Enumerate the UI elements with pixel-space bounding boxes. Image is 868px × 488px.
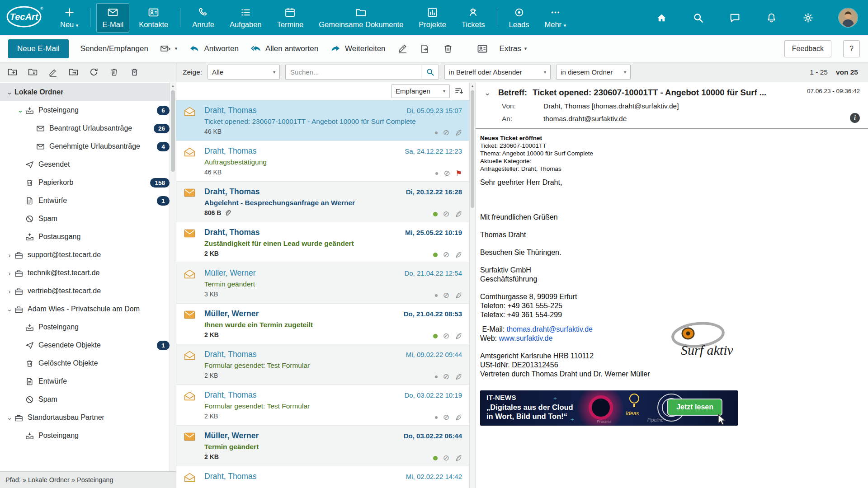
- folder-papierkorb[interactable]: Papierkorb158: [0, 174, 170, 192]
- banner-cta-button[interactable]: Jetzt lesen: [668, 399, 722, 415]
- show-filter-select[interactable]: Alle ▾: [208, 65, 280, 80]
- folder-posteingang[interactable]: Posteingang: [0, 427, 170, 445]
- folder-lokale-ordner[interactable]: ⌄Lokale Ordner: [0, 83, 170, 101]
- nav-item-projekte[interactable]: Projekte: [413, 3, 452, 33]
- email-list-item[interactable]: Draht, ThomasMi, 02.02.22 14:42: [176, 466, 469, 488]
- folder-beantragt-urlaubsanträge[interactable]: Beantragt Urlaubsanträge26: [0, 119, 170, 137]
- email-list-item[interactable]: Draht, ThomasMi, 09.02.22 09:44Formular …: [176, 344, 469, 385]
- add-subfolder-button[interactable]: [26, 66, 39, 79]
- scrollbar-thumb[interactable]: [171, 90, 175, 172]
- messages-icon[interactable]: [729, 12, 741, 23]
- email-list-item[interactable]: Müller, WernerDo, 21.04.22 08:53Ihnen wu…: [176, 304, 469, 344]
- send-options-button[interactable]: ▾: [160, 43, 178, 54]
- email-list-item[interactable]: Draht, ThomasDi, 20.12.22 16:28Abgelehnt…: [176, 182, 469, 222]
- notifications-icon[interactable]: [766, 12, 777, 23]
- new-mail-folder-button[interactable]: [5, 66, 19, 79]
- scroll-up-icon[interactable]: ▲: [170, 82, 176, 89]
- sort-direction-icon[interactable]: [454, 86, 464, 96]
- new-email-button[interactable]: Neue E-Mail: [8, 39, 69, 58]
- email-list-item[interactable]: Draht, ThomasDi, 05.09.23 15:07Ticket op…: [176, 100, 469, 141]
- refresh-folders-button[interactable]: [87, 66, 100, 79]
- search-icon[interactable]: [693, 12, 704, 23]
- collapse-preview-button[interactable]: ⌄: [482, 88, 493, 98]
- empty-trash-button[interactable]: [127, 66, 141, 79]
- folder-adam-wies-privatschule-am-dom[interactable]: ⌄Adam Wies - Privatschule am Dom: [0, 300, 170, 318]
- followup-icon[interactable]: [455, 333, 462, 340]
- folder-entwürfe[interactable]: Entwürfe1: [0, 192, 170, 210]
- scrollbar-thumb[interactable]: [471, 90, 474, 208]
- folder-support@test.tecart.de[interactable]: ›support@test.tecart.de: [0, 246, 170, 264]
- followup-icon[interactable]: [455, 455, 462, 462]
- send-receive-button[interactable]: Senden/Empfangen: [80, 44, 148, 53]
- move-folder-button[interactable]: [66, 66, 80, 79]
- block-icon[interactable]: ⊘: [443, 332, 449, 340]
- block-icon[interactable]: ⊘: [443, 129, 449, 136]
- newsletter-banner[interactable]: IT-NEWS „Digitales aus der Cloud in Wort…: [480, 390, 738, 426]
- folder-spam[interactable]: Spam: [0, 390, 170, 408]
- block-icon[interactable]: ⊘: [443, 291, 449, 299]
- folder-technik@test.tecart.de[interactable]: ›technik@test.tecart.de: [0, 264, 170, 282]
- search-scope-select[interactable]: in Betreff oder Absender ▾: [444, 65, 551, 80]
- followup-icon[interactable]: [455, 373, 462, 380]
- email-list-item[interactable]: Müller, WernerDo, 21.04.22 12:54Termin g…: [176, 263, 469, 304]
- forward-button[interactable]: Weiterleiten: [330, 43, 385, 54]
- followup-icon[interactable]: [455, 414, 462, 421]
- home-icon[interactable]: [656, 12, 667, 23]
- settings-icon[interactable]: [802, 12, 814, 23]
- tecart-logo[interactable]: TecArt ®: [5, 4, 44, 31]
- scroll-up-icon[interactable]: ▲: [470, 82, 475, 89]
- page-range[interactable]: 1 - 25: [810, 68, 828, 76]
- block-icon[interactable]: ⊘: [443, 454, 449, 462]
- edit-signature-button[interactable]: [397, 43, 408, 54]
- email-list-item[interactable]: Draht, ThomasMi, 25.05.22 10:19Zuständig…: [176, 222, 469, 263]
- email-list-item[interactable]: Draht, ThomasDo, 03.02.22 10:19Formular …: [176, 385, 469, 426]
- delete-folder-button[interactable]: [107, 66, 121, 79]
- list-scrollbar[interactable]: ▲: [469, 82, 476, 488]
- block-icon[interactable]: ⊘: [443, 413, 449, 421]
- followup-icon[interactable]: [455, 292, 462, 299]
- search-button[interactable]: [421, 65, 439, 80]
- reply-all-button[interactable]: Allen antworten: [250, 43, 318, 54]
- sidebar-scrollbar[interactable]: ▲: [170, 82, 176, 471]
- folder-gesendete-objekte[interactable]: Gesendete Objekte1: [0, 336, 170, 354]
- nav-item-kontakte[interactable]: Kontakte: [133, 3, 174, 33]
- sort-select[interactable]: Empfangen ▾: [391, 84, 450, 98]
- nav-item-neu[interactable]: Neu ▾: [54, 3, 84, 33]
- block-icon[interactable]: ⊘: [443, 373, 449, 380]
- folder-postausgang[interactable]: Postausgang: [0, 228, 170, 246]
- folder-vertrieb@test.tecart.de[interactable]: ›vertrieb@test.tecart.de: [0, 282, 170, 300]
- nav-item-anrufe[interactable]: Anrufe: [186, 3, 220, 33]
- nav-item-e-mail[interactable]: E-Mail: [96, 3, 129, 33]
- delete-button[interactable]: [443, 43, 453, 54]
- nav-item-aufgaben[interactable]: Aufgaben: [224, 3, 268, 33]
- reply-button[interactable]: Antworten: [189, 43, 239, 54]
- folder-standortausbau-partner[interactable]: ⌄Standortausbau Partner: [0, 408, 170, 427]
- user-avatar[interactable]: [838, 8, 858, 28]
- email-link[interactable]: thomas.draht@surfaktiv.de: [507, 325, 593, 333]
- feedback-button[interactable]: Feedback: [784, 40, 831, 57]
- nav-item-mehr[interactable]: Mehr ▾: [539, 3, 572, 33]
- folder-genehmigte-urlaubsanträge[interactable]: Genehmigte Urlaubsanträge4: [0, 137, 170, 155]
- email-link[interactable]: www.surfaktiv.de: [499, 334, 553, 342]
- info-icon[interactable]: i: [850, 113, 860, 123]
- folder-gesendet[interactable]: Gesendet: [0, 155, 170, 174]
- folder-gelöschte-objekte[interactable]: Gelöschte Objekte: [0, 354, 170, 372]
- search-folder-select[interactable]: in diesem Ordner ▾: [556, 65, 631, 80]
- folder-posteingang[interactable]: Posteingang: [0, 318, 170, 336]
- block-icon[interactable]: ⊘: [443, 169, 450, 177]
- folder-posteingang[interactable]: ⌄Posteingang6: [0, 101, 170, 119]
- nav-item-termine[interactable]: Termine: [271, 3, 310, 33]
- folder-spam[interactable]: Spam: [0, 210, 170, 228]
- flag-icon[interactable]: ⚑: [456, 170, 462, 177]
- search-input[interactable]: [285, 65, 421, 80]
- nav-item-leads[interactable]: Leads: [503, 3, 535, 33]
- contact-card-button[interactable]: [477, 43, 488, 54]
- rename-folder-button[interactable]: [46, 66, 60, 79]
- nav-item-tickets[interactable]: Tickets: [456, 3, 491, 33]
- email-list-item[interactable]: Müller, WernerDo, 03.02.22 06:44Termin g…: [176, 426, 469, 466]
- nav-item-gemeinsame-dokumente[interactable]: Gemeinsame Dokumente: [313, 3, 409, 33]
- help-button[interactable]: ?: [843, 40, 860, 57]
- followup-icon[interactable]: [455, 129, 462, 136]
- followup-icon[interactable]: [455, 251, 462, 258]
- block-icon[interactable]: ⊘: [443, 251, 449, 258]
